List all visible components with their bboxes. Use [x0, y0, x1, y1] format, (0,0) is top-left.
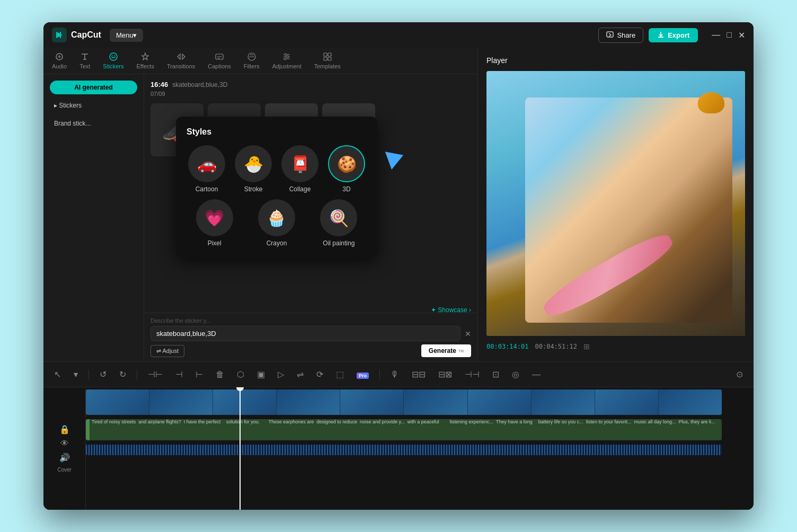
toolbar-filters[interactable]: Filters — [244, 52, 260, 69]
marker-tool[interactable]: ◎ — [510, 367, 521, 382]
share-button[interactable]: Share — [598, 28, 643, 43]
link-tool[interactable]: ⊟⊠ — [436, 367, 454, 382]
sticker-main-area: 16:46 skateboard,blue,3D 07/09 🛹 🛹 — [144, 74, 477, 361]
menu-button[interactable]: Menu▾ — [110, 29, 144, 42]
film-track — [86, 387, 754, 417]
app-window: CapCut Menu▾ Share Export — □ ✕ — [43, 22, 754, 510]
sidebar-brand[interactable]: Brand stick... — [50, 117, 137, 130]
shield-icon[interactable]: ⬡ — [235, 367, 246, 382]
close-button[interactable]: ✕ — [738, 30, 745, 40]
select-tool[interactable]: ↖ — [52, 367, 63, 382]
right-panel: Player 00:03:14:01 00:04:51:12 — [478, 48, 754, 361]
svg-rect-16 — [328, 57, 331, 60]
toolbar-adjustment[interactable]: Adjustment — [272, 52, 302, 69]
maximize-button[interactable]: □ — [727, 30, 732, 40]
sidebar-stickers[interactable]: ▸ Stickers — [50, 99, 137, 112]
text-segment-7: noise and provide y... — [360, 419, 408, 440]
timeline-volume-icon[interactable]: 🔊 — [59, 453, 70, 463]
style-3d[interactable]: 🍪 3D — [326, 145, 367, 193]
timeline-lock-icon[interactable]: 🔒 — [59, 424, 70, 435]
cartoon-emoji: 🚗 — [197, 155, 217, 173]
export-button[interactable]: Export — [649, 28, 698, 42]
redo-button[interactable]: ↻ — [117, 367, 128, 382]
sticker-text-input[interactable] — [150, 326, 461, 341]
sticker-search-query: skateboard,blue,3D — [172, 81, 227, 88]
timer-icon[interactable]: ⊙ — [734, 368, 745, 381]
window-controls: — □ ✕ — [712, 30, 745, 40]
toolbar-effects[interactable]: Effects — [136, 52, 154, 69]
snap-tool[interactable]: ⊟⊟ — [410, 367, 428, 382]
pixel-label: Pixel — [208, 240, 222, 247]
svg-point-6 — [111, 55, 112, 56]
ai-generated-tab[interactable]: AI generated — [50, 81, 137, 94]
play-tool[interactable]: ▷ — [276, 367, 286, 382]
text-segment-5: These earphones are — [269, 419, 317, 440]
trim-right-tool[interactable]: ⊢ — [193, 367, 205, 382]
pro-tool[interactable]: Pro — [355, 368, 371, 382]
text-segment-14: Plus, they are li... — [678, 419, 721, 440]
minus-tool[interactable]: — — [530, 368, 543, 382]
split-tool[interactable]: ⊣⊢ — [146, 367, 165, 382]
mirror-tool[interactable]: ⇌ — [295, 367, 306, 382]
delete-tool[interactable]: 🗑 — [214, 368, 226, 382]
undo-button[interactable]: ↺ — [98, 367, 109, 382]
toolbar-captions[interactable]: Captions — [208, 52, 231, 69]
svg-rect-14 — [328, 53, 331, 56]
cover-label: Cover — [57, 467, 72, 473]
toolbar-audio[interactable]: Audio — [52, 52, 67, 69]
style-cartoon[interactable]: 🚗 Cartoon — [187, 145, 227, 193]
crayon-label: Crayon — [267, 240, 287, 247]
sticker-date: 07/09 — [150, 91, 471, 97]
toolbar-templates[interactable]: Templates — [314, 52, 341, 69]
chevron-down-icon[interactable]: ▾ — [72, 367, 80, 382]
cartoon-label: Cartoon — [196, 185, 218, 193]
style-crayon[interactable]: 🧁 Crayon — [249, 199, 304, 247]
tm-badge: TM — [458, 349, 464, 353]
crop-tool[interactable]: ▣ — [255, 367, 267, 382]
timeline-eye-icon[interactable]: 👁 — [60, 439, 69, 448]
styles-row-2: 💗 Pixel 🧁 Crayon — [187, 199, 367, 247]
adjust-button[interactable]: ⇌ Adjust — [150, 345, 184, 357]
audio-track — [86, 445, 754, 457]
timeline-playhead[interactable] — [240, 387, 241, 510]
text-segment-4: solution for you. — [226, 419, 269, 440]
sticker-header: 16:46 skateboard,blue,3D — [150, 81, 471, 88]
pro-badge: Pro — [357, 373, 369, 379]
rotate-tool[interactable]: ⟳ — [314, 367, 325, 382]
divider-3 — [379, 369, 380, 380]
collage-emoji: 📮 — [290, 155, 310, 173]
split2-tool[interactable]: ⊣⊣ — [463, 367, 482, 382]
style-collage[interactable]: 📮 Collage — [280, 145, 320, 193]
transform-tool[interactable]: ⬚ — [334, 367, 346, 382]
svg-rect-13 — [324, 53, 327, 56]
trim-left-tool[interactable]: ⊣ — [173, 367, 185, 382]
pixel-emoji: 💗 — [205, 209, 224, 227]
style-stroke[interactable]: 🐣 Stroke — [233, 145, 273, 193]
describe-hint: Describe the sticker y... — [150, 317, 471, 324]
text-segment-1: Tired of noisy streets — [92, 419, 138, 440]
toolbar-stickers[interactable]: Stickers — [103, 52, 123, 69]
timeline-area: 🔒 👁 🔊 Cover — [43, 387, 754, 510]
style-oil-painting[interactable]: 🍭 Oil painting — [311, 199, 367, 247]
timeline-left-controls: 🔒 👁 🔊 Cover — [43, 387, 86, 510]
copy-tool[interactable]: ⊡ — [490, 367, 501, 382]
export-icon — [657, 31, 665, 39]
divider-1 — [88, 369, 89, 380]
toolbar-text[interactable]: Text — [79, 52, 90, 69]
style-pixel[interactable]: 💗 Pixel — [187, 199, 242, 247]
divider-2 — [137, 369, 137, 380]
clear-input-button[interactable]: ✕ — [465, 330, 471, 338]
toolbar-transitions[interactable]: Transitions — [167, 52, 195, 69]
text-segment-2: and airplane flights? — [138, 419, 184, 440]
input-row: ✕ — [150, 326, 471, 341]
timeline-tracks[interactable]: Tired of noisy streets and airplane flig… — [86, 387, 754, 510]
minimize-button[interactable]: — — [712, 30, 720, 40]
svg-point-12 — [284, 58, 286, 60]
sticker-sidebar: AI generated ▸ Stickers Brand stick... — [43, 74, 144, 361]
text-segment-6: designed to reduce — [316, 419, 360, 440]
generate-button[interactable]: Generate TM — [421, 344, 471, 357]
player-grid-icon: ⊞ — [583, 342, 590, 351]
styles-row-1: 🚗 Cartoon 🐣 Stroke — [187, 145, 367, 193]
mic-icon[interactable]: 🎙 — [388, 368, 401, 382]
text-segment-8: with a peaceful — [408, 419, 450, 440]
